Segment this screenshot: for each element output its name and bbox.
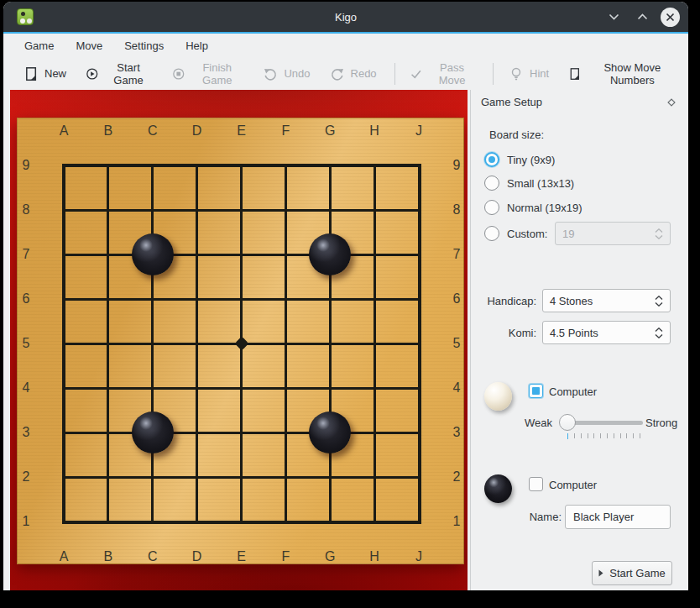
radio-normal[interactable]: Normal (19x19) [484, 200, 582, 215]
slider-track[interactable] [564, 421, 643, 425]
checkmark-icon [410, 66, 422, 81]
menu-move[interactable]: Move [65, 35, 113, 56]
go-board-view[interactable]: AABBCCDDEEFFGGHHJJ998877665544332211 [10, 90, 468, 590]
spin-down-icon [655, 302, 663, 307]
column-label-G: G [325, 549, 335, 564]
black-name-input[interactable] [565, 505, 671, 529]
radio-tiny[interactable]: Tiny (9x9) [484, 152, 555, 167]
chevron-up-icon [637, 13, 648, 20]
start-game-button[interactable]: Start Game [592, 561, 672, 585]
maximize-button[interactable] [632, 7, 652, 27]
black-computer-checkbox[interactable] [529, 477, 543, 491]
menu-game[interactable]: Game [13, 35, 65, 56]
slider-tick [640, 433, 640, 438]
window-title: Kigo [3, 11, 688, 24]
stone-black-C7 [132, 233, 174, 275]
column-label-F: F [281, 123, 290, 139]
titlebar: Kigo [3, 2, 688, 32]
strength-slider[interactable] [559, 414, 643, 432]
row-label-5: 5 [453, 336, 461, 351]
goban[interactable]: AABBCCDDEEFFGGHHJJ998877665544332211 [17, 118, 464, 564]
undo-button[interactable]: Undo [254, 62, 318, 86]
custom-size-spinbox[interactable]: 19 [555, 222, 671, 245]
pass-move-button[interactable]: Pass Move [401, 57, 483, 91]
row-label-9: 9 [453, 158, 461, 173]
new-button[interactable]: New [15, 62, 75, 86]
slider-tick [574, 433, 575, 438]
undo-label: Undo [284, 67, 310, 80]
stone-black-G7 [309, 233, 351, 275]
slider-tick [593, 433, 594, 438]
row-label-3: 3 [23, 425, 30, 440]
radio-small[interactable]: Small (13x13) [484, 176, 574, 191]
row-label-7: 7 [23, 247, 30, 262]
radio-circle[interactable] [484, 226, 499, 241]
slider-tick [581, 433, 582, 438]
document-numbers-icon [568, 66, 582, 81]
show-move-numbers-label: Show Move Numbers [588, 61, 677, 86]
redo-label: Redo [351, 67, 377, 80]
hint-button[interactable]: Hint [500, 62, 557, 86]
panel-title: Game Setup [481, 96, 542, 108]
column-label-F: F [281, 549, 290, 564]
komi-value: 4.5 Points [543, 327, 655, 339]
column-label-H: H [369, 549, 379, 564]
row-label-3: 3 [453, 425, 461, 440]
redo-button[interactable]: Redo [321, 62, 385, 86]
handicap-spinbox[interactable]: 4 Stones [542, 289, 671, 312]
slider-tick [614, 433, 614, 438]
spin-up-icon [655, 296, 663, 300]
finish-game-label: Finish Game [191, 61, 243, 86]
row-label-7: 7 [453, 247, 461, 262]
diamond-icon [666, 97, 676, 107]
white-computer-checkbox[interactable] [529, 384, 543, 398]
menu-settings[interactable]: Settings [113, 35, 175, 56]
row-label-1: 1 [23, 514, 30, 529]
slider-handle[interactable] [559, 414, 576, 431]
row-label-5: 5 [23, 336, 30, 351]
black-stone-icon [484, 474, 512, 503]
start-game-button-label: Start Game [609, 567, 665, 579]
minimize-button[interactable] [603, 7, 624, 27]
row-label-8: 8 [23, 202, 30, 218]
toolbar-separator [394, 63, 395, 85]
radio-circle[interactable] [484, 176, 499, 191]
document-new-icon [24, 66, 39, 81]
pass-move-label: Pass Move [429, 61, 475, 86]
radio-custom[interactable]: Custom: [484, 226, 547, 241]
column-label-B: B [104, 123, 113, 139]
radio-label: Normal (19x19) [507, 202, 582, 214]
row-label-1: 1 [453, 514, 461, 529]
row-label-8: 8 [453, 202, 461, 218]
stone-black-G3 [309, 411, 351, 453]
finish-game-button[interactable]: Finish Game [164, 57, 253, 91]
column-label-G: G [325, 123, 335, 139]
column-label-D: D [192, 123, 202, 139]
column-label-C: C [148, 549, 158, 564]
row-label-2: 2 [23, 469, 30, 485]
start-game-button[interactable]: Start Game [77, 57, 161, 91]
dock-float-button[interactable] [666, 97, 676, 110]
slider-tick-current [567, 433, 568, 439]
column-label-E: E [237, 123, 246, 139]
spin-down-icon [655, 334, 663, 338]
hint-label: Hint [530, 67, 549, 80]
kigo-window: Kigo GameMoveSettingsHelp NewStart GameF… [3, 2, 688, 590]
toolbar: NewStart GameFinish GameUndoRedoPass Mov… [3, 57, 688, 90]
spin-down-icon [655, 235, 663, 239]
row-label-9: 9 [23, 158, 30, 173]
show-move-numbers-button[interactable]: Show Move Numbers [560, 57, 686, 91]
komi-spinbox[interactable]: 4.5 Points [542, 321, 671, 344]
white-stone-icon [484, 382, 512, 411]
column-label-J: J [415, 549, 422, 564]
black-computer-label: Computer [549, 479, 597, 491]
menu-help[interactable]: Help [175, 35, 219, 56]
start-game-label: Start Game [104, 61, 152, 86]
radio-circle[interactable] [484, 152, 499, 167]
radio-circle[interactable] [484, 200, 499, 215]
slider-tick [620, 433, 621, 438]
column-label-A: A [60, 123, 69, 139]
row-label-4: 4 [453, 380, 461, 396]
column-label-J: J [415, 123, 422, 139]
close-button[interactable] [661, 8, 680, 27]
